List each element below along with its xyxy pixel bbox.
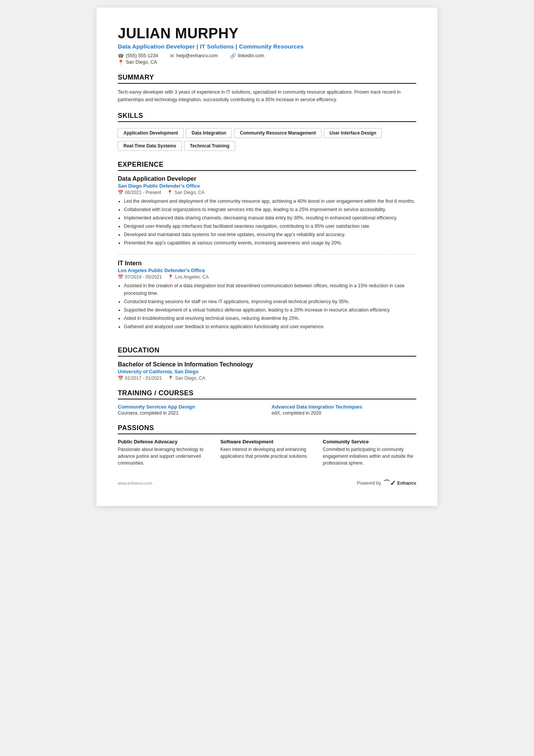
edu-dates: 📅 01/2017 - 01/2021 [118,376,162,381]
skills-grid: Application DevelopmentData IntegrationC… [118,127,416,152]
bullet-item: Implemented advanced data-sharing channe… [124,214,416,222]
training-item: Community Services App DesignCoursera, c… [118,404,262,416]
passions-section: PASSIONS Public Defense AdvocacyPassiona… [118,424,416,466]
training-item-title: Advanced Data Integration Techniques [272,404,416,410]
footer: www.enhancv.com Powered by ⌒✓ Enhancv [118,479,416,488]
email-icon: ✉ [170,53,174,59]
calendar-icon: 📅 [118,190,123,195]
bullet-item: Gathered and analyzed user feedback to e… [124,323,416,330]
bullet-item: Designed user-friendly app interfaces th… [124,222,416,230]
linkedin-icon: 🔗 [230,53,236,59]
training-title: TRAINING / COURSES [118,389,416,399]
candidate-name: JULIAN MURPHY [118,26,416,42]
location-text: San Diego, CA [174,190,204,195]
contact-row: ☎ (555) 555-1234 ✉ help@enhancv.com 🔗 li… [118,53,416,59]
footer-brand: Powered by ⌒✓ Enhancv [357,479,416,488]
passion-item-title: Community Service [323,439,416,445]
bullet-list: Assisted in the creation of a data integ… [118,282,416,330]
bullet-item: Conducted training sessions for staff on… [124,298,416,305]
jobs-list: Data Application DeveloperSan Diego Publ… [118,175,416,338]
footer-website: www.enhancv.com [118,481,152,485]
summary-text: Tech-savvy developer with 3 years of exp… [118,88,416,103]
skill-tag: Real-Time Data Systems [118,141,182,151]
linkedin-contact: 🔗 linkedin.com [230,53,264,59]
phone-contact: ☎ (555) 555-1234 [118,53,158,59]
skill-tag: Application Development [118,128,184,138]
location-icon-edu: 📍 [168,376,173,381]
phone-icon: ☎ [118,53,124,59]
job-location: 📍 Los Angeles, CA [168,274,209,280]
job-meta: 📅 06/2021 - Present 📍 San Diego, CA [118,190,416,195]
location-pin-icon: 📍 [167,190,173,195]
job-block: IT InternLos Angeles Public Defender's O… [118,260,416,338]
email-address: help@enhancv.com [176,53,218,58]
education-title: EDUCATION [118,346,416,357]
training-item-sub: edX, completed in 2020 [272,410,416,416]
skills-section: SKILLS Application DevelopmentData Integ… [118,112,416,152]
date-range: 06/2021 - Present [125,190,161,195]
candidate-title: Data Application Developer | IT Solution… [118,43,416,50]
passion-item: Community ServiceCommitted to participat… [323,439,416,466]
job-location: 📍 San Diego, CA [167,190,204,195]
linkedin-url: linkedin.com [238,53,264,58]
skills-title: SKILLS [118,112,416,122]
email-contact: ✉ help@enhancv.com [170,53,218,59]
bullet-item: Presented the app's capabilities at vari… [124,239,416,247]
job-title: IT Intern [118,260,416,267]
summary-section: SUMMARY Tech-savvy developer with 3 year… [118,74,416,103]
training-grid: Community Services App DesignCoursera, c… [118,404,416,416]
header: JULIAN MURPHY Data Application Developer… [118,26,416,65]
summary-title: SUMMARY [118,74,416,84]
passions-grid: Public Defense AdvocacyPassionate about … [118,439,416,466]
bullet-item: Aided in troubleshooting and resolving t… [124,315,416,322]
passion-item-text: Passionate about leveraging technology t… [118,446,211,466]
school-name: University of California, San Diego [118,369,416,374]
experience-title: EXPERIENCE [118,161,416,171]
bullet-item: Developed and maintained data systems fo… [124,231,416,238]
calendar-icon: 📅 [118,376,123,381]
bullet-item: Led the development and deployment of th… [124,197,416,205]
resume-page: JULIAN MURPHY Data Application Developer… [97,8,437,506]
job-block: Data Application DeveloperSan Diego Publ… [118,175,416,255]
training-item: Advanced Data Integration TechniquesedX,… [272,404,416,416]
passion-item-text: Committed to participating in community … [323,446,416,466]
passion-item-text: Keen interest in developing and enhancin… [220,446,314,460]
experience-section: EXPERIENCE Data Application DeveloperSan… [118,161,416,338]
skill-tag: Community Resource Management [234,128,322,138]
date-range: 07/2019 - 05/2021 [125,274,162,280]
calendar-icon: 📅 [118,274,123,280]
bullet-item: Collaborated with local organizations to… [124,206,416,213]
company-name: Los Angeles Public Defender's Office [118,268,416,273]
brand-name: Enhancv [397,481,416,486]
skill-tag: Technical Training [184,141,235,151]
passion-item-title: Software Development [220,439,314,445]
bullet-item: Supported the development of a virtual h… [124,306,416,314]
job-meta: 📅 07/2019 - 05/2021 📍 Los Angeles, CA [118,274,416,280]
company-name: San Diego Public Defender's Office [118,183,416,189]
enhancv-logo-icon: ⌒✓ [383,479,396,488]
skill-tag: User Interface Design [324,128,382,138]
passions-title: PASSIONS [118,424,416,434]
edu-location: 📍 San Diego, CA [168,376,205,381]
passion-item-title: Public Defense Advocacy [118,439,211,445]
training-section: TRAINING / COURSES Community Services Ap… [118,389,416,416]
job-title: Data Application Developer [118,175,416,182]
passion-item: Public Defense AdvocacyPassionate about … [118,439,211,466]
location-pin-icon: 📍 [168,274,173,280]
location-icon: 📍 [118,59,124,65]
enhancv-logo: ⌒✓ Enhancv [383,479,416,488]
location-row: 📍 San Diego, CA [118,59,416,65]
location-text: San Diego, CA [126,59,157,65]
job-dates: 📅 06/2021 - Present [118,190,161,195]
skill-tag: Data Integration [186,128,232,138]
passion-item: Software DevelopmentKeen interest in dev… [220,439,314,466]
degree-title: Bachelor of Science in Information Techn… [118,361,416,368]
bullet-list: Led the development and deployment of th… [118,197,416,247]
powered-by-text: Powered by [357,481,381,486]
bullet-item: Assisted in the creation of a data integ… [124,282,416,297]
training-item-sub: Coursera, completed in 2021 [118,410,262,416]
job-dates: 📅 07/2019 - 05/2021 [118,274,162,280]
edu-meta: 📅 01/2017 - 01/2021 📍 San Diego, CA [118,376,416,381]
training-item-title: Community Services App Design [118,404,262,410]
location-text: Los Angeles, CA [175,274,209,280]
